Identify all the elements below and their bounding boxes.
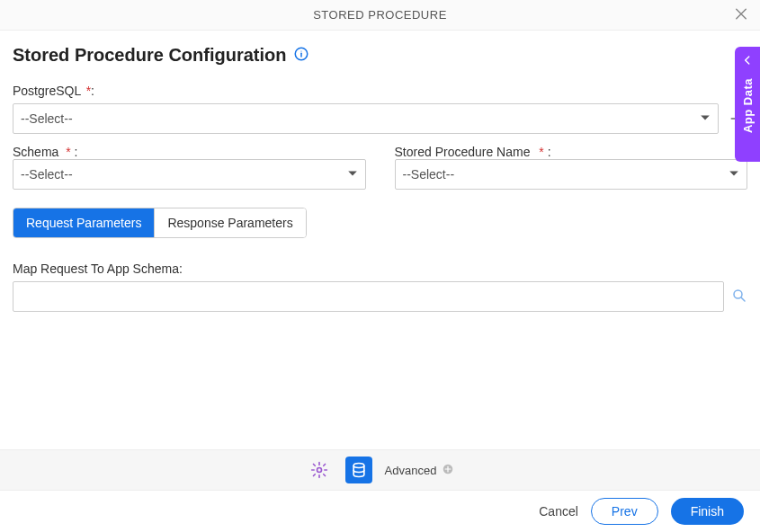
map-input[interactable] [13,281,724,312]
colon: : [71,145,78,159]
chevron-down-icon [729,167,739,182]
advanced-toggle[interactable]: Advanced [385,463,455,478]
info-icon[interactable] [293,46,309,65]
schema-label: Schema * : [13,145,77,159]
finish-button[interactable]: Finish [671,498,744,525]
schema-select[interactable]: --Select-- [13,159,366,190]
chevron-left-icon [741,54,754,69]
colon: : [544,145,551,159]
footer: Cancel Prev Finish [0,491,760,532]
page-title: Stored Procedure Configuration [13,45,286,66]
sp-name-col: Stored Procedure Name * : --Select-- [395,145,748,190]
sp-name-select-value: --Select-- [403,167,455,182]
database-icon[interactable] [345,457,372,483]
db-select[interactable]: --Select-- [13,103,719,134]
search-icon[interactable] [731,288,747,306]
chevron-down-icon [700,111,711,126]
db-row: PostgreSQL *: --Select-- [13,84,747,134]
close-icon[interactable] [733,5,749,24]
toolbar: Advanced [0,449,760,491]
db-select-value: --Select-- [21,111,73,126]
schema-sp-row: Schema * : --Select-- Stored Procedure N… [13,145,747,190]
chevron-down-icon [347,167,358,182]
window-title: STORED PROCEDURE [313,8,447,22]
svg-point-7 [734,290,742,298]
side-panel-label: App Data [741,78,755,133]
schema-col: Schema * : --Select-- [13,145,366,190]
side-panel-toggle[interactable]: App Data [735,47,760,162]
tab-request-parameters[interactable]: Request Parameters [13,208,154,237]
schema-label-text: Schema [13,145,58,159]
gear-icon[interactable] [306,457,333,483]
content-area: Stored Procedure Configuration PostgreSQ… [0,31,760,449]
sp-name-label-text: Stored Procedure Name [395,145,531,159]
db-select-row: --Select-- [13,103,747,134]
db-label: PostgreSQL *: [13,84,747,98]
cancel-button[interactable]: Cancel [539,504,578,519]
sp-name-select[interactable]: --Select-- [395,159,748,190]
page-title-row: Stored Procedure Configuration [13,45,747,66]
plus-circle-icon [442,463,454,478]
titlebar: STORED PROCEDURE [0,0,760,31]
map-row [13,281,747,312]
svg-point-4 [301,50,302,51]
advanced-label: Advanced [385,464,437,477]
schema-select-value: --Select-- [21,167,73,182]
param-tabs: Request Parameters Response Parameters [13,208,307,238]
sp-name-label: Stored Procedure Name * : [395,145,551,159]
svg-point-9 [317,468,321,473]
map-label: Map Request To App Schema: [13,262,747,276]
tab-response-parameters[interactable]: Response Parameters [154,208,305,237]
prev-button[interactable]: Prev [591,498,658,525]
db-label-text: PostgreSQL [13,84,81,98]
svg-point-10 [353,464,364,468]
svg-line-8 [741,297,745,301]
colon: : [91,84,94,98]
